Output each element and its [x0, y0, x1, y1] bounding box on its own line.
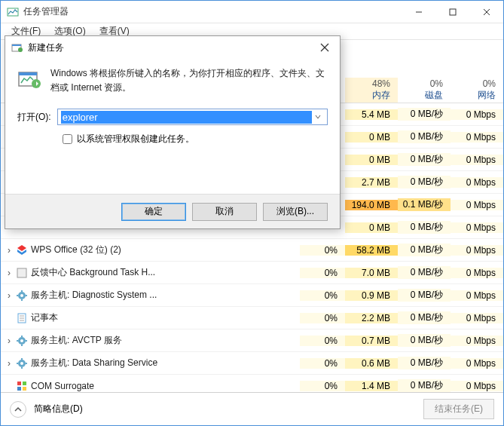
process-icon [16, 290, 28, 302]
cell-network: 0 Mbps [451, 290, 503, 301]
process-name: 服务主机: AVCTP 服务 [31, 334, 300, 347]
expand-toggle[interactable]: › [1, 268, 13, 278]
table-row[interactable]: ›服务主机: Data Sharing Service0%0.6 MB0 MB/… [1, 352, 503, 375]
cell-disk: 0 MB/秒 [398, 266, 451, 279]
dialog-title: 新建任务 [28, 41, 310, 54]
app-icon [7, 6, 19, 18]
process-icon [16, 380, 28, 392]
cell-network: 0 Mbps [451, 222, 503, 233]
svg-rect-5 [17, 268, 26, 277]
admin-checkbox-label: 以系统管理权限创建此任务。 [77, 133, 194, 146]
table-row[interactable]: COM Surrogate0%1.4 MB0 MB/秒0 Mbps [1, 375, 503, 392]
table-row[interactable]: ›反馈中心 Background Task H...0%7.0 MB0 MB/秒… [1, 262, 503, 284]
open-input[interactable] [61, 111, 312, 124]
process-name: WPS Office (32 位) (2) [31, 244, 300, 256]
chevron-up-icon [14, 406, 22, 413]
svg-point-23 [20, 362, 23, 365]
cell-network: 0 Mbps [451, 268, 503, 278]
cell-cpu: 0% [300, 268, 345, 278]
minimize-button[interactable] [402, 1, 435, 23]
cell-network: 0 Mbps [451, 336, 503, 346]
run-dialog: 新建任务 Windows 将根据你所键入的名称，为你打开相应的程序、文件夹、文档… [5, 35, 341, 229]
admin-checkbox[interactable] [63, 134, 72, 144]
cell-network: 0 Mbps [451, 155, 503, 165]
svg-point-34 [18, 48, 23, 52]
col-network[interactable]: 0% 网络 [451, 78, 503, 103]
cell-memory: 0.7 MB [345, 336, 398, 346]
run-icon [11, 41, 23, 54]
process-name: 服务主机: Diagnostic System ... [31, 289, 300, 302]
cell-disk: 0 MB/秒 [398, 130, 451, 143]
svg-rect-33 [12, 44, 21, 46]
dialog-body: Windows 将根据你所键入的名称，为你打开相应的程序、文件夹、文档或 Int… [5, 59, 340, 194]
footer: 简略信息(D) 结束任务(E) [1, 392, 503, 425]
close-button[interactable] [469, 1, 503, 23]
process-icon [16, 312, 28, 324]
cell-disk: 0 MB/秒 [398, 221, 451, 234]
titlebar: 任务管理器 [1, 1, 503, 23]
process-name: 反馈中心 Background Task H... [31, 266, 300, 279]
svg-rect-0 [8, 8, 18, 16]
process-name: COM Surrogate [31, 381, 300, 391]
cell-disk: 0 MB/秒 [398, 244, 451, 256]
cell-disk: 0 MB/秒 [398, 311, 451, 324]
table-row[interactable]: ›服务主机: Diagnostic System ...0%0.9 MB0 MB… [1, 284, 503, 307]
cell-network: 0 Mbps [451, 245, 503, 256]
process-icon [16, 267, 28, 279]
browse-button[interactable]: 浏览(B)... [263, 203, 328, 221]
cell-disk: 0 MB/秒 [398, 153, 451, 166]
cell-network: 0 Mbps [451, 109, 503, 120]
cell-network: 0 Mbps [451, 358, 503, 369]
cell-network: 0 Mbps [451, 132, 503, 143]
cancel-button[interactable]: 取消 [192, 203, 257, 221]
cell-cpu: 0% [300, 381, 345, 391]
cell-cpu: 0% [300, 245, 345, 256]
cell-disk: 0 MB/秒 [398, 379, 451, 392]
cell-disk: 0.1 MB/秒 [398, 198, 451, 211]
close-icon [320, 43, 329, 52]
table-row[interactable]: ›服务主机: AVCTP 服务0%0.7 MB0 MB/秒0 Mbps [1, 329, 503, 352]
maximize-button[interactable] [435, 1, 469, 23]
svg-rect-31 [23, 387, 26, 391]
dropdown-icon[interactable] [312, 112, 324, 122]
svg-point-17 [20, 339, 23, 342]
cell-cpu: 0% [300, 358, 345, 369]
dialog-footer: 确定 取消 浏览(B)... [5, 194, 340, 228]
cell-cpu: 0% [300, 336, 345, 346]
cell-memory: 0 MB [345, 222, 398, 233]
ok-button[interactable]: 确定 [121, 203, 186, 221]
expand-toggle[interactable]: › [1, 245, 13, 256]
table-row[interactable]: ›WPS Office (32 位) (2)0%58.2 MB0 MB/秒0 M… [1, 239, 503, 262]
svg-rect-28 [17, 382, 21, 385]
open-combobox[interactable] [57, 109, 328, 125]
fewer-details-toggle[interactable] [10, 401, 26, 418]
table-row[interactable]: 记事本0%2.2 MB0 MB/秒0 Mbps [1, 307, 503, 329]
svg-point-7 [20, 294, 23, 297]
cell-cpu: 0% [300, 313, 345, 323]
process-name: 服务主机: Data Sharing Service [31, 357, 300, 369]
cell-disk: 0 MB/秒 [398, 289, 451, 302]
expand-toggle[interactable]: › [1, 358, 13, 369]
svg-rect-2 [450, 9, 456, 15]
dialog-close-button[interactable] [310, 37, 340, 58]
cell-memory: 0 MB [345, 132, 398, 143]
svg-rect-29 [23, 382, 26, 385]
fewer-details-label[interactable]: 简略信息(D) [34, 403, 423, 415]
cell-disk: 0 MB/秒 [398, 357, 451, 369]
cell-memory: 0.6 MB [345, 358, 398, 369]
process-name: 记事本 [31, 311, 300, 324]
svg-rect-30 [17, 387, 21, 391]
cell-memory: 0.9 MB [345, 290, 398, 301]
col-disk[interactable]: 0% 磁盘 [398, 78, 451, 103]
run-large-icon [17, 66, 41, 90]
cell-disk: 0 MB/秒 [398, 108, 451, 121]
chevron-down-icon [315, 114, 321, 120]
cell-memory: 2.2 MB [345, 313, 398, 323]
cell-network: 0 Mbps [451, 177, 503, 188]
expand-toggle[interactable]: › [1, 290, 13, 301]
expand-toggle[interactable]: › [1, 336, 13, 346]
svg-rect-38 [19, 72, 37, 75]
cell-memory: 0 MB [345, 155, 398, 165]
col-memory[interactable]: 48% 内存 [345, 78, 398, 103]
end-task-button[interactable]: 结束任务(E) [423, 399, 494, 419]
